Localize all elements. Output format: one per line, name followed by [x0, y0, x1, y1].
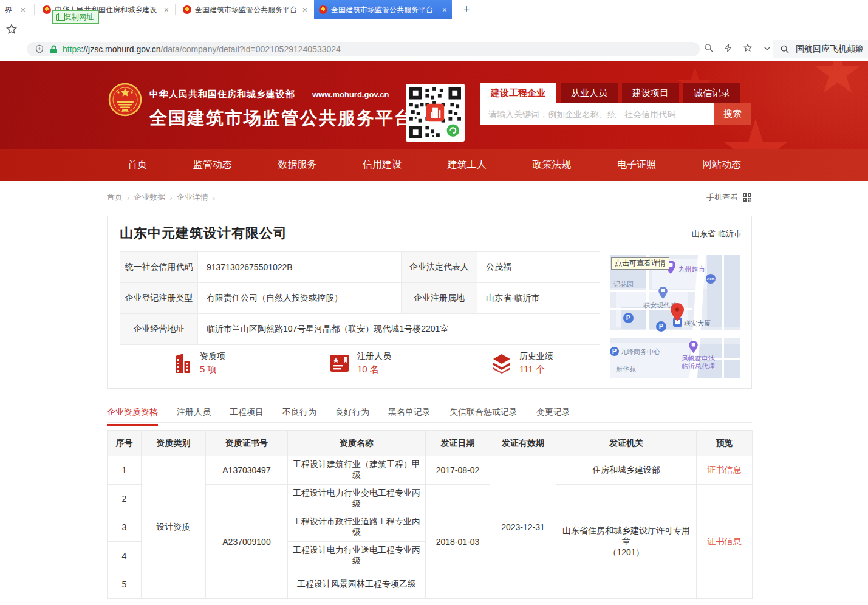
- col-no: 序号: [108, 431, 142, 456]
- hot-search-text[interactable]: 国航回应飞机颠簸: [796, 44, 864, 55]
- nav-supervision-news[interactable]: 监管动态: [193, 159, 232, 171]
- stat-value: 5 项: [200, 364, 225, 375]
- nav-e-certificates[interactable]: 电子证照: [617, 159, 656, 171]
- chevron-down-icon[interactable]: [762, 43, 773, 53]
- map-label-xinhua: 新华苑: [616, 365, 636, 374]
- ministry-name: 中华人民共和国住房和城乡建设部: [149, 89, 295, 100]
- browser-tab-strip: 界 × 中华人民共和国住房和城乡建设 × 全国建筑市场监管公共服务平台 × 全国…: [0, 0, 868, 19]
- table-header-row: 序号 资质类别 资质证书号 资质名称 发证日期 发证有效期 发证机关 预览: [108, 431, 753, 456]
- mobile-view-link[interactable]: 手机查看: [706, 192, 752, 203]
- certificate-info-link[interactable]: 证书信息: [708, 536, 742, 546]
- credit-code-label: 统一社会信用代码: [120, 252, 198, 283]
- stat-label: 注册人员: [357, 351, 391, 362]
- stat-value: 111 个: [519, 364, 553, 375]
- stat-label: 资质项: [200, 351, 225, 362]
- nav-policies[interactable]: 政策法规: [533, 159, 572, 171]
- table-row: 企业登记注册类型 有限责任公司（自然人投资或控股） 企业注册属地 山东省-临沂市: [120, 283, 600, 314]
- tab-change-records[interactable]: 变更记录: [536, 404, 570, 422]
- cell-qualification-name: 工程设计电力行业送电工程专业丙级: [288, 542, 426, 570]
- company-info-table: 统一社会信用代码 91371302675501022B 企业法定代表人 公茂福 …: [120, 251, 600, 345]
- nav-data-service[interactable]: 数据服务: [278, 159, 316, 171]
- copy-url-tooltip: 复制网址: [52, 10, 99, 24]
- browser-tab-jzsc-1[interactable]: 全国建筑市场监管公共服务平台 ×: [178, 0, 312, 19]
- reg-area-label: 企业注册属地: [402, 283, 477, 314]
- tab-projects[interactable]: 工程项目: [230, 404, 264, 422]
- shield-plus-icon[interactable]: [34, 44, 45, 55]
- authority-line-1: 山东省住房和城乡建设厅许可专用章: [560, 525, 692, 547]
- tab-separator: [34, 4, 35, 15]
- wechat-qr-code: [406, 84, 465, 142]
- qualification-table: 序号 资质类别 资质证书号 资质名称 发证日期 发证有效期 发证机关 预览 1 …: [107, 430, 753, 599]
- zoom-out-icon[interactable]: [703, 43, 714, 53]
- keyword-search-input[interactable]: [480, 103, 714, 125]
- tab-dishonesty-records[interactable]: 失信联合惩戒记录: [449, 404, 518, 422]
- browser-tab-partial[interactable]: 界 ×: [0, 0, 30, 19]
- col-cert-no: 资质证书号: [206, 431, 288, 456]
- nav-home[interactable]: 首页: [128, 159, 147, 171]
- cell-qualification-name: 工程设计风景园林工程专项乙级: [288, 570, 426, 599]
- company-name: 山东中元建筑设计有限公司: [120, 224, 287, 242]
- cell-no: 2: [108, 485, 142, 513]
- breadcrumb-enterprise-data[interactable]: 企业数据: [134, 192, 165, 203]
- tab-close-icon[interactable]: ×: [442, 5, 447, 15]
- parking-icon: P: [623, 313, 634, 323]
- company-summary-card: 山东中元建筑设计有限公司 山东省-临沂市 统一社会信用代码 9137130267…: [107, 216, 752, 389]
- search-icon: [780, 44, 790, 54]
- copy-url-label: 复制网址: [64, 11, 94, 23]
- nav-site-news[interactable]: 网站动态: [702, 159, 741, 171]
- url-field[interactable]: https://jzsc.mohurd.gov.cn/data/company/…: [27, 42, 700, 56]
- search-tab-credit[interactable]: 诚信记录: [683, 83, 740, 103]
- breadcrumb-home[interactable]: 首页: [107, 192, 123, 203]
- stat-qualifications[interactable]: 资质项 5 项: [173, 351, 225, 375]
- tab-enterprise-qualifications[interactable]: 企业资质资格: [107, 404, 158, 422]
- tab-close-icon[interactable]: ×: [302, 5, 307, 15]
- search-tab-enterprise[interactable]: 建设工程企业: [480, 83, 556, 103]
- nav-construction-workers[interactable]: 建筑工人: [448, 159, 487, 171]
- table-row: 统一社会信用代码 91371302675501022B 企业法定代表人 公茂福: [120, 252, 600, 283]
- copy-icon: [56, 14, 62, 21]
- search-submit-button[interactable]: 搜索: [714, 103, 751, 125]
- location-map[interactable]: 九州超市 ATM 记花园 联安现代城 联安大厦 P P P 九峰商务中心 风帆蓄…: [610, 255, 740, 378]
- new-tab-button[interactable]: +: [459, 2, 474, 17]
- bookmark-star-icon[interactable]: [742, 43, 753, 53]
- map-label-battery-2: 临沂总代理: [682, 362, 715, 371]
- nav-credit-building[interactable]: 信用建设: [363, 159, 402, 171]
- flash-icon[interactable]: [723, 43, 734, 53]
- cell-qualification-name: 工程设计电力行业变电工程专业丙级: [288, 485, 426, 513]
- map-label-atm: ATM: [706, 274, 716, 284]
- tab-good-behavior[interactable]: 良好行为: [335, 404, 369, 422]
- certificate-info-link[interactable]: 证书信息: [708, 465, 742, 474]
- tab-label: 全国建筑市场监管公共服务平台: [331, 5, 437, 15]
- cell-authority: 山东省住房和城乡建设厅许可专用章 （1201）: [556, 485, 697, 599]
- stat-historical-projects[interactable]: 历史业绩 111 个: [491, 351, 553, 375]
- stat-registered-personnel[interactable]: 注册人员 10 名: [329, 351, 391, 375]
- breadcrumb-separator: ›: [213, 193, 215, 202]
- company-region: 山东省-临沂市: [692, 228, 742, 239]
- cell-cert-no: A137030497: [206, 456, 288, 485]
- tab-blacklist[interactable]: 黑名单记录: [388, 404, 431, 422]
- map-label-supermarket: 九州超市: [678, 265, 705, 274]
- tab-label: 全国建筑市场监管公共服务平台: [195, 5, 298, 15]
- tab-bad-behavior[interactable]: 不良行为: [282, 404, 316, 422]
- cell-cert-no: A237009100: [206, 485, 288, 599]
- breadcrumb-enterprise-detail[interactable]: 企业详情: [177, 192, 208, 203]
- browser-tab-jzsc-active[interactable]: 全国建筑市场监管公共服务平台 ×: [314, 0, 452, 19]
- layers-icon: [491, 353, 512, 374]
- favorites-star-icon[interactable]: [5, 23, 18, 35]
- cell-validity: 2023-12-31: [490, 456, 556, 599]
- credit-code-value: 91371302675501022B: [198, 252, 402, 283]
- address-bar: https://jzsc.mohurd.gov.cn/data/company/…: [0, 19, 868, 39]
- url-path: /data/company/detail?id=0021052912405330…: [161, 44, 341, 54]
- search-tab-personnel[interactable]: 从业人员: [561, 83, 618, 103]
- address-value: 临沂市兰山区陶然路107号星河晶都（联安）现代城1号楼2201室: [198, 314, 600, 345]
- map-label-jiufeng: 九峰商务中心: [620, 347, 660, 357]
- cell-category: 设计资质: [142, 456, 206, 599]
- tab-close-icon[interactable]: ×: [164, 5, 169, 15]
- page: 界 × 中华人民共和国住房和城乡建设 × 全国建筑市场监管公共服务平台 × 全国…: [0, 0, 868, 605]
- stat-label: 历史业绩: [519, 351, 553, 362]
- search-tab-project[interactable]: 建设项目: [622, 83, 679, 103]
- browser-search-box[interactable]: 国航回应飞机颠簸: [773, 40, 868, 58]
- tab-registered-personnel[interactable]: 注册人员: [177, 404, 211, 422]
- tab-close-icon[interactable]: ×: [21, 5, 26, 15]
- map-label-lianan-tower: 联安大厦: [684, 319, 711, 328]
